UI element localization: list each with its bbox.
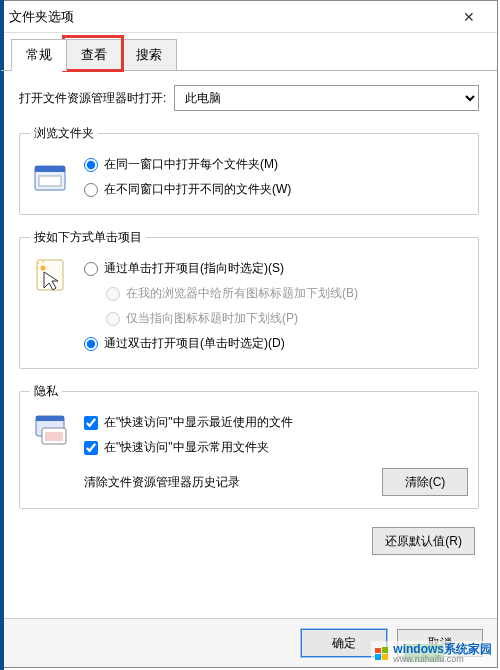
svg-rect-10 (36, 416, 64, 421)
watermark-sub: www.ruihaifu.com (393, 655, 492, 664)
opt-single-click[interactable]: 通过单击打开项目(指向时选定)(S) (84, 256, 468, 281)
close-button[interactable]: ✕ (449, 2, 489, 32)
svg-rect-1 (35, 166, 65, 172)
checkbox-recent-files[interactable] (84, 416, 98, 430)
opt-label: 在不同窗口中打开不同的文件夹(W) (104, 181, 291, 198)
opt-double-click[interactable]: 通过双击打开项目(单击时选定)(D) (84, 331, 468, 356)
opt-label: 通过单击打开项目(指向时选定)(S) (104, 260, 284, 277)
titlebar: 文件夹选项 ✕ (1, 1, 497, 33)
tab-general[interactable]: 常规 (11, 39, 67, 71)
folder-options-dialog: 文件夹选项 ✕ 常规 查看 搜索 打开文件资源管理器时打开: 此电脑 浏览文件夹 (0, 0, 498, 668)
windows-flag-icon (375, 647, 389, 661)
privacy-body: 在"快速访问"中显示最近使用的文件 在"快速访问"中显示常用文件夹 清除文件资源… (30, 410, 468, 496)
tab-view[interactable]: 查看 (66, 39, 122, 70)
svg-rect-13 (375, 648, 381, 653)
svg-rect-15 (375, 654, 381, 660)
opt-label: 在同一窗口中打开每个文件夹(M) (104, 156, 278, 173)
chk-label: 在"快速访问"中显示常用文件夹 (104, 439, 269, 456)
clear-button[interactable]: 清除(C) (382, 468, 468, 496)
open-explorer-select[interactable]: 此电脑 (174, 85, 479, 111)
opt-underline-point: 仅当指向图标标题时加下划线(P) (84, 306, 468, 331)
close-icon: ✕ (463, 9, 475, 25)
browse-folders-group: 浏览文件夹 在同一窗口中打开每个文件夹(M) (19, 125, 479, 215)
content-area: 打开文件资源管理器时打开: 此电脑 浏览文件夹 在同一窗口中 (1, 71, 497, 618)
svg-rect-2 (39, 176, 61, 186)
click-mode-legend: 按如下方式单击项目 (30, 229, 146, 246)
click-mode-group: 按如下方式单击项目 通过单击打开项目(指向时选定)(S) (19, 229, 479, 369)
tab-label: 查看 (81, 47, 107, 62)
radio-underline-browser (106, 287, 120, 301)
radio-single-click[interactable] (84, 262, 98, 276)
svg-rect-16 (382, 654, 388, 660)
chk-label: 在"快速访问"中显示最近使用的文件 (104, 414, 293, 431)
privacy-legend: 隐私 (30, 383, 62, 400)
browse-folders-legend: 浏览文件夹 (30, 125, 98, 142)
svg-rect-12 (45, 432, 63, 441)
watermark: windows系统家园 www.ruihaifu.com (371, 641, 496, 666)
opt-new-window[interactable]: 在不同窗口中打开不同的文件夹(W) (84, 177, 468, 202)
chk-recent-row[interactable]: 在"快速访问"中显示最近使用的文件 (84, 410, 468, 435)
opt-underline-browser: 在我的浏览器中给所有图标标题加下划线(B) (84, 281, 468, 306)
svg-rect-14 (382, 647, 388, 653)
privacy-group: 隐私 在"快速访问"中显示最近使用的文件 (19, 383, 479, 509)
clear-history-label: 清除文件资源管理器历史记录 (84, 474, 240, 491)
tab-bar: 常规 查看 搜索 (1, 33, 497, 71)
radio-same-window[interactable] (84, 158, 98, 172)
svg-point-5 (41, 266, 46, 271)
click-mode-body: 通过单击打开项目(指向时选定)(S) 在我的浏览器中给所有图标标题加下划线(B)… (30, 256, 468, 356)
cursor-click-icon (30, 256, 72, 298)
restore-row: 还原默认值(R) (19, 523, 479, 555)
opt-label: 通过双击打开项目(单击时选定)(D) (104, 335, 285, 352)
opt-label: 在我的浏览器中给所有图标标题加下划线(B) (126, 285, 358, 302)
opt-same-window[interactable]: 在同一窗口中打开每个文件夹(M) (84, 152, 468, 177)
clear-history-row: 清除文件资源管理器历史记录 清除(C) (84, 460, 468, 496)
tab-label: 常规 (26, 47, 52, 62)
privacy-icon (30, 410, 72, 448)
checkbox-frequent-folders[interactable] (84, 441, 98, 455)
radio-underline-point (106, 312, 120, 326)
tab-label: 搜索 (136, 47, 162, 62)
radio-double-click[interactable] (84, 337, 98, 351)
open-explorer-row: 打开文件资源管理器时打开: 此电脑 (19, 85, 479, 111)
open-explorer-label: 打开文件资源管理器时打开: (19, 90, 166, 107)
chk-frequent-row[interactable]: 在"快速访问"中显示常用文件夹 (84, 435, 468, 460)
background-sliver (0, 0, 4, 670)
window-title: 文件夹选项 (9, 8, 449, 26)
restore-defaults-button[interactable]: 还原默认值(R) (372, 527, 475, 555)
browse-folders-body: 在同一窗口中打开每个文件夹(M) 在不同窗口中打开不同的文件夹(W) (30, 152, 468, 202)
folder-window-icon (30, 160, 72, 194)
radio-new-window[interactable] (84, 183, 98, 197)
tab-search[interactable]: 搜索 (121, 39, 177, 70)
opt-label: 仅当指向图标标题时加下划线(P) (126, 310, 298, 327)
